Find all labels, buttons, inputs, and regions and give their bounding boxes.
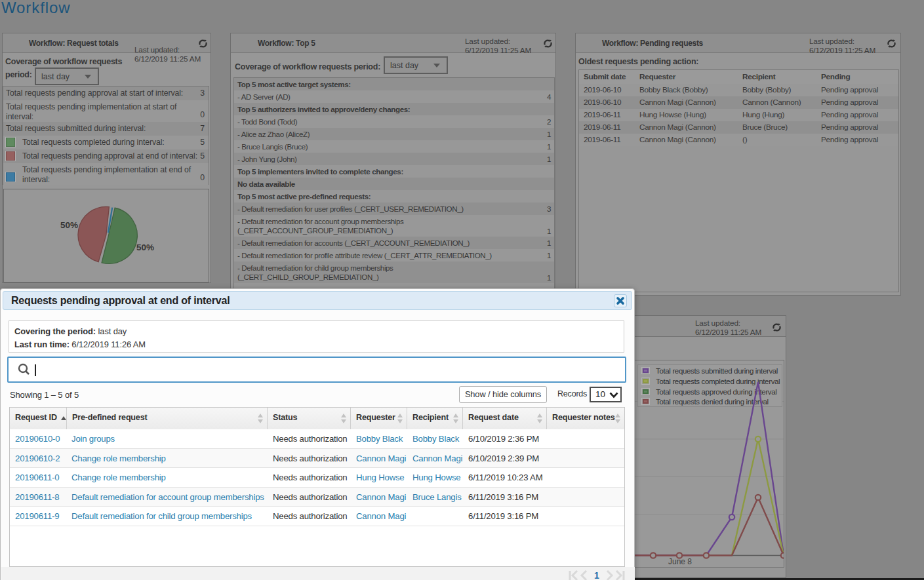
- svg-text:1: 1: [594, 570, 599, 580]
- svg-text:June 8: June 8: [668, 557, 692, 566]
- svg-text:50%: 50%: [60, 220, 78, 230]
- svg-text:50%: 50%: [136, 242, 154, 252]
